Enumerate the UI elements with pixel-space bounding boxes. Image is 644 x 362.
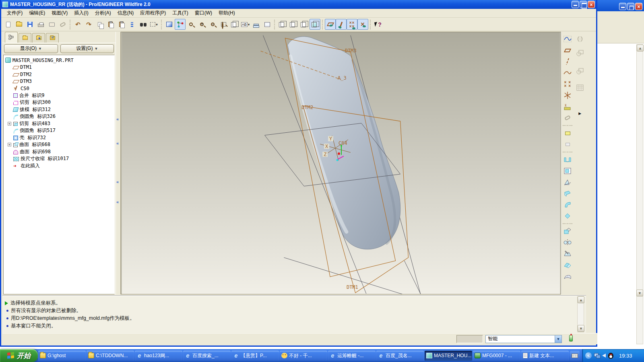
wrap-tool-button[interactable] [575, 66, 585, 76]
tree-row[interactable]: 合并 标识9 [5, 92, 114, 99]
taskbar-task[interactable]: 不好 - 千... [280, 351, 327, 361]
datum-plane-tool-button[interactable] [562, 45, 573, 56]
expand-icon[interactable]: + [8, 122, 11, 125]
mirror-tool-button[interactable] [562, 237, 573, 248]
scroll-up-icon[interactable]: ▲ [578, 296, 584, 303]
tree-row[interactable]: +切剪 标识483 [5, 120, 114, 128]
navigator-sash[interactable]: « « « « [116, 32, 121, 294]
tree-row[interactable]: DTM2 [5, 71, 114, 78]
tab-favorites[interactable]: ✱ [32, 33, 45, 43]
menu-analysis[interactable]: 分析(A) [92, 9, 114, 17]
tray-collapse-icon[interactable]: < [585, 352, 592, 359]
taskbar-task[interactable]: hao123网... [135, 351, 182, 361]
expand-icon[interactable]: + [8, 143, 11, 146]
tray-clock[interactable]: 19:33 [619, 353, 632, 359]
menu-tools[interactable]: 工具(T) [169, 9, 191, 17]
link-tool-button[interactable] [562, 113, 573, 123]
cs4-label[interactable]: CS4 [339, 140, 347, 146]
mesh-surface-tool-button[interactable] [562, 271, 573, 282]
menu-edit[interactable]: 编辑(E) [26, 9, 48, 17]
paste-special-button[interactable] [116, 19, 127, 30]
datum-curve-tool-button[interactable] [562, 68, 573, 78]
start-button[interactable]: 开始 [0, 349, 38, 362]
regenerate-button[interactable] [127, 19, 138, 30]
menu-window[interactable]: 窗口(W) [192, 9, 215, 17]
bg-minimize-button[interactable] [619, 3, 626, 10]
orient-mode-button[interactable] [186, 19, 196, 30]
taskbar-task[interactable]: 新建 文本... [521, 351, 569, 361]
offset-points-tool-button[interactable]: x̌ [562, 101, 573, 112]
view-manager-button[interactable] [262, 19, 272, 30]
new-button[interactable] [3, 19, 14, 30]
tab-model-tree[interactable] [5, 32, 18, 43]
open-button[interactable] [14, 19, 25, 30]
tree-row[interactable]: DTM3 [5, 78, 114, 85]
taskbar-task[interactable]: 运筹帷幄 -... [328, 351, 376, 361]
menu-applications[interactable]: 应用程序(P) [137, 9, 169, 17]
dtm2-label[interactable]: DTM2 [301, 105, 313, 110]
taskbar-task[interactable]: G:\ghost [38, 351, 86, 361]
menu-file[interactable]: 文件(F) [4, 9, 26, 17]
tree-row[interactable]: DTM1 [5, 64, 114, 71]
datum-plane-display-button[interactable] [325, 19, 336, 30]
tree-row[interactable]: CS0 [5, 85, 114, 92]
round-tool-button[interactable] [562, 200, 573, 210]
menu-insert[interactable]: 插入(I) [71, 9, 91, 17]
zoom-out-button[interactable]: − [207, 19, 218, 30]
chevron-down-icon[interactable]: ▼ [555, 335, 561, 343]
sash-collapse-icon[interactable]: « [116, 117, 119, 121]
sketch-tool-button[interactable] [562, 34, 573, 44]
datum-point-display-button[interactable]: ×××× [347, 19, 357, 30]
bg-close-button[interactable]: × [635, 3, 642, 10]
tree-root[interactable]: MASTER_HOUSING_RR.PRT [5, 57, 114, 64]
datum-axis-tool-button[interactable] [562, 56, 573, 67]
qq-icon[interactable] [608, 353, 613, 359]
redo-button[interactable]: ↷ [83, 19, 94, 30]
no-hidden-button[interactable] [299, 19, 310, 30]
repaint-button[interactable] [164, 19, 175, 30]
dtm3-label[interactable]: DTM3 [345, 48, 357, 53]
selection-filter-combo[interactable]: 智能 ▼ [485, 335, 562, 343]
datum-csys-tool-button[interactable] [562, 90, 573, 101]
dtm1-label[interactable]: DTM1 [347, 284, 358, 290]
datum-csys-display-button[interactable]: ✕ [357, 19, 368, 30]
saved-views-button[interactable]: AB▾ [240, 19, 251, 30]
flyout-arrow-icon[interactable]: ▶ [578, 112, 581, 115]
zoom-in-button[interactable]: + [196, 19, 207, 30]
tree-row[interactable]: 倒圆角 标识326 [5, 113, 114, 120]
tree-row[interactable]: 倒圆角 标识517 [5, 127, 114, 134]
pattern-tool-button[interactable] [575, 82, 585, 93]
sash-collapse-icon[interactable]: « [116, 180, 119, 184]
mail-button[interactable] [46, 19, 57, 30]
taskbar-task[interactable]: C:\TDDOWN... [87, 351, 134, 361]
menu-view[interactable]: 视图(V) [48, 9, 71, 17]
tree-row[interactable]: +曲面 标识668 [5, 141, 114, 148]
scroll-up-icon[interactable]: ▲ [637, 45, 644, 51]
paste-button[interactable] [105, 19, 116, 30]
tree-row[interactable]: 按尺寸收缩 标识1017 [5, 155, 114, 162]
menu-help[interactable]: 帮助(H) [215, 9, 238, 17]
close-button[interactable]: × [588, 1, 595, 8]
reorient-button[interactable] [229, 19, 240, 30]
scroll-down-icon[interactable]: ▼ [578, 325, 584, 332]
shaded-button[interactable] [310, 19, 320, 30]
taskbar-task[interactable]: 百度_茂名... [376, 351, 424, 361]
sash-collapse-icon[interactable]: « [116, 200, 119, 204]
tree-row[interactable]: 曲面 标识698 [5, 148, 114, 156]
bg-restore-button[interactable] [627, 3, 634, 10]
context-help-button[interactable]: ? [373, 19, 384, 30]
taskbar-task[interactable]: 百度搜索_... [183, 351, 231, 361]
undo-button[interactable]: ↶ [72, 19, 83, 30]
taskbar-task[interactable]: MFG0007 - ... [473, 351, 520, 361]
menu-info[interactable]: 信息(N) [114, 9, 137, 17]
background-window-scroll-down[interactable]: ▼ [636, 290, 643, 296]
datum-point-tool-button[interactable]: × ×× × [562, 79, 573, 89]
volume-icon[interactable] [602, 354, 606, 358]
extrude-surface-tool-button[interactable] [562, 226, 573, 237]
layers-button[interactable] [251, 19, 262, 30]
tree-row[interactable]: 切剪 标识300 [5, 99, 114, 106]
refit-button[interactable] [218, 19, 229, 30]
spin-center-button[interactable] [175, 19, 186, 30]
copy-surface-tool-button[interactable] [562, 139, 573, 150]
project-tool-button[interactable] [575, 48, 585, 58]
